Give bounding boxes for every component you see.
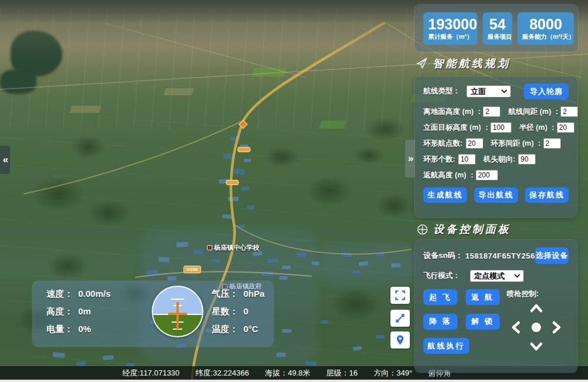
stat-label: 服务能力（m²/天） bbox=[522, 33, 569, 41]
left-panel-collapse-handle[interactable]: « bbox=[0, 146, 10, 174]
land-button[interactable]: 降 落 bbox=[423, 314, 457, 330]
device-control-panel: 设备sn码： 1581874F65TY256 选择设备 飞行模式： 定点模式 起… bbox=[415, 240, 577, 373]
dpad-left-button[interactable] bbox=[509, 320, 523, 334]
dpad-center-button[interactable] bbox=[532, 323, 541, 332]
chevron-down-icon bbox=[514, 274, 520, 278]
chevron-down-icon bbox=[529, 339, 543, 353]
takeoff-button[interactable]: 起 飞 bbox=[423, 289, 457, 305]
right-panel-collapse-handle[interactable]: » bbox=[405, 140, 415, 177]
road-badge-g206: G206 bbox=[183, 266, 201, 273]
radius-label: 半径 (m) ： bbox=[519, 123, 557, 133]
chevron-right-icon bbox=[549, 320, 563, 334]
facade-height-input[interactable] bbox=[490, 122, 512, 133]
route-type-select[interactable]: 立面 bbox=[466, 85, 511, 98]
dpad-down-button[interactable] bbox=[529, 339, 543, 353]
service-stats-panel: 193000 累计服务（m²） 54 服务项目 8000 服务能力（m²/天） bbox=[415, 5, 578, 52]
road-name-badge bbox=[238, 147, 250, 152]
poi-icon bbox=[207, 245, 212, 250]
execute-route-button[interactable]: 航线执行 bbox=[423, 338, 469, 354]
pressure-readout: 气压：0hPa bbox=[212, 289, 265, 301]
ground-height-label: 离地面高度 (m) ： bbox=[423, 107, 483, 117]
return-button[interactable]: 返 航 bbox=[466, 289, 500, 305]
aircraft-symbol bbox=[176, 302, 179, 329]
unlock-button[interactable]: 解 锁 bbox=[466, 314, 500, 330]
stat-card-total-service: 193000 累计服务（m²） bbox=[423, 12, 477, 45]
return-height-input[interactable] bbox=[476, 170, 498, 180]
facade-height-label: 立面目标高度 (m) ： bbox=[423, 123, 490, 133]
ring-count-input[interactable] bbox=[458, 154, 476, 165]
satellites-readout: 星数：0 bbox=[212, 306, 265, 319]
location-pin-icon bbox=[395, 334, 406, 346]
radius-input[interactable] bbox=[557, 122, 574, 133]
stat-label: 累计服务（m²） bbox=[428, 33, 473, 41]
export-route-button[interactable]: 导出航线 bbox=[475, 187, 518, 203]
fullscreen-button[interactable] bbox=[390, 287, 410, 304]
stat-value: 8000 bbox=[522, 16, 569, 32]
return-height-label: 返航高度 (m) ： bbox=[423, 170, 476, 180]
stat-card-projects: 54 服务项目 bbox=[483, 12, 512, 45]
device-sn-value: 1581874F65TY256 bbox=[465, 252, 535, 260]
collapse-right-icon: » bbox=[408, 153, 412, 165]
dpad-up-button[interactable] bbox=[529, 301, 543, 316]
chevron-left-icon bbox=[509, 320, 523, 334]
road-name-badge bbox=[226, 180, 239, 185]
longitude-readout: 经度:117.071330 bbox=[122, 368, 179, 378]
spray-control-label: 喷枪控制: bbox=[507, 289, 569, 299]
ground-height-input[interactable] bbox=[483, 106, 500, 117]
select-device-button[interactable]: 选择设备 bbox=[535, 247, 569, 264]
heading-label: 机头朝向: bbox=[483, 155, 515, 165]
route-planner-panel: 航线类型： 立面 导入轮廓 离地面高度 (m) ： 航线间距 (m) ： 立面目… bbox=[415, 76, 577, 217]
stat-label: 服务项目 bbox=[487, 33, 507, 41]
ring-waypoints-input[interactable] bbox=[466, 138, 483, 149]
draw-route-button[interactable] bbox=[390, 310, 410, 327]
latitude-readout: 纬度:32.224366 bbox=[195, 368, 249, 378]
chevron-up-icon bbox=[529, 301, 543, 316]
ring-spacing-input[interactable] bbox=[543, 138, 561, 149]
save-route-button[interactable]: 保存航线 bbox=[525, 187, 569, 203]
map-label-school: 杨庙镇中心学校 bbox=[207, 243, 259, 252]
aircraft-symbol bbox=[168, 313, 187, 315]
stat-card-capacity: 8000 服务能力（m²/天） bbox=[517, 12, 574, 45]
ring-count-label: 环形个数: bbox=[423, 155, 455, 165]
battery-readout: 电量：0% bbox=[46, 324, 111, 337]
attitude-indicator bbox=[152, 286, 203, 337]
zoom-level-readout: 层级：16 bbox=[326, 368, 358, 378]
temperature-readout: 温度：0°C bbox=[212, 324, 265, 337]
device-control-title: 设备控制面板 bbox=[416, 222, 511, 236]
device-sn-label: 设备sn码： bbox=[423, 250, 463, 261]
heading-readout: 方向：349° bbox=[373, 368, 412, 378]
import-outline-button[interactable]: 导入轮廓 bbox=[524, 83, 569, 99]
horizontal-scrollbar[interactable] bbox=[0, 380, 588, 382]
generate-route-button[interactable]: 生成航线 bbox=[423, 187, 467, 203]
heading-input[interactable] bbox=[518, 154, 536, 165]
chevron-down-icon bbox=[501, 89, 507, 93]
pitch-mark bbox=[171, 299, 184, 300]
ring-spacing-label: 环形间距 (m) ： bbox=[491, 139, 543, 149]
route-segment-icon bbox=[395, 313, 406, 324]
route-planner-title: 智能航线规划 bbox=[416, 56, 510, 71]
flight-mode-label: 飞行模式： bbox=[423, 271, 460, 281]
telemetry-panel: 速度：0.00m/s 高度：0m 电量：0% 气压：0hPa 星数：0 温度：0… bbox=[32, 281, 273, 347]
paper-plane-icon bbox=[416, 57, 429, 71]
altitude-readout: 高度：0m bbox=[46, 306, 111, 319]
route-type-label: 航线类型： bbox=[423, 86, 460, 96]
fullscreen-icon bbox=[395, 290, 406, 301]
flight-mode-select[interactable]: 定点模式 bbox=[470, 270, 524, 282]
speed-readout: 速度：0.00m/s bbox=[46, 289, 111, 301]
controller-icon bbox=[416, 223, 429, 236]
elevation-readout: 海拔：49.8米 bbox=[265, 368, 310, 378]
line-spacing-input[interactable] bbox=[560, 106, 578, 117]
collapse-left-icon: « bbox=[3, 154, 7, 166]
spray-dpad bbox=[507, 300, 566, 357]
locate-button[interactable] bbox=[390, 331, 410, 349]
ring-waypoints-label: 环形航点数: bbox=[423, 139, 463, 149]
dpad-right-button[interactable] bbox=[549, 320, 563, 334]
line-spacing-label: 航线间距 (m) ： bbox=[508, 107, 560, 117]
stat-value: 193000 bbox=[428, 16, 473, 32]
stat-value: 54 bbox=[487, 16, 507, 32]
